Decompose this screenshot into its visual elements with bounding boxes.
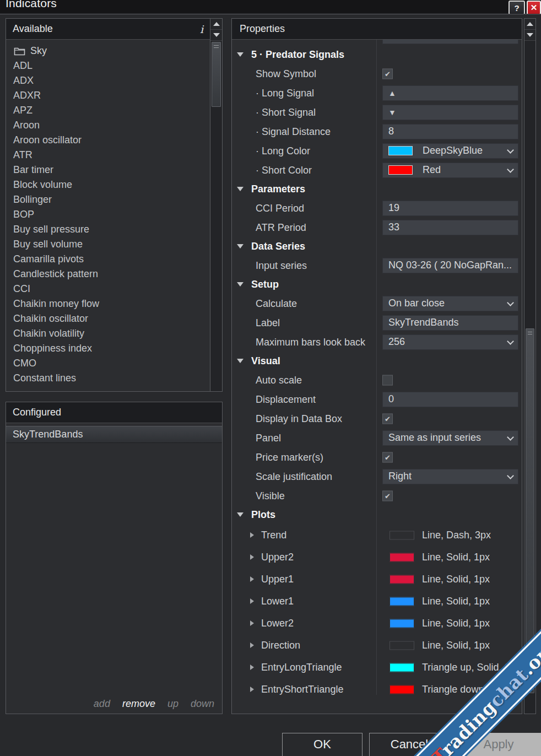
available-scrollbar-track[interactable] — [210, 40, 222, 391]
available-item-candlestick-pattern[interactable]: Candlestick pattern — [13, 267, 209, 282]
section-parameters[interactable]: Parameters — [232, 180, 522, 198]
properties-scroll-up-button[interactable] — [524, 19, 535, 30]
available-item-adl[interactable]: ADL — [13, 58, 209, 73]
section-data-series[interactable]: Data Series — [232, 237, 522, 256]
dropdown-panel[interactable]: Same as input series — [382, 430, 518, 446]
available-item-chaikin-volatility[interactable]: Chaikin volatility — [13, 326, 209, 341]
scrolled-field-remnant — [382, 40, 518, 44]
ok-button[interactable]: OK — [282, 733, 363, 756]
properties-scrollbar-track[interactable] — [524, 40, 535, 714]
available-item-adx[interactable]: ADX — [13, 73, 209, 88]
input-displacement[interactable]: 0 — [382, 392, 518, 407]
input-long-signal[interactable]: ▲ — [382, 85, 518, 101]
input-label[interactable]: SkyTrendBands — [382, 315, 518, 331]
available-item-cmo[interactable]: CMO — [13, 356, 209, 371]
available-item-constant-lines[interactable]: Constant lines — [13, 371, 209, 386]
checkbox-auto-scale[interactable] — [382, 375, 393, 385]
chevron-right-icon — [250, 576, 254, 582]
available-item-buy-sell-pressure[interactable]: Buy sell pressure — [13, 222, 209, 237]
available-item-aroon[interactable]: Aroon — [13, 118, 209, 133]
available-item-cci[interactable]: CCI — [13, 282, 209, 296]
available-item-bollinger[interactable]: Bollinger — [13, 192, 209, 207]
plot-row-lower2[interactable]: Lower2Line, Solid, 1px — [232, 612, 522, 634]
available-scroll-down-button[interactable] — [210, 30, 222, 41]
color-swatch — [388, 165, 413, 175]
available-item-label: CMO — [13, 358, 36, 369]
property-value: 256 — [382, 334, 518, 350]
plot-style-description: Line, Solid, 1px — [422, 552, 490, 563]
plot-row-direction[interactable]: DirectionLine, Solid, 1px — [232, 634, 522, 656]
configured-item-skytrendbands[interactable]: SkyTrendBands — [6, 426, 222, 443]
arrow-down-icon — [527, 33, 533, 37]
plot-row-lower1[interactable]: Lower1Line, Solid, 1px — [232, 590, 522, 612]
available-item-bar-timer[interactable]: Bar timer — [13, 163, 209, 177]
available-item-chaikin-money-flow[interactable]: Chaikin money flow — [13, 296, 209, 311]
section-setup[interactable]: Setup — [232, 275, 522, 294]
available-list: SkyADLADXADXRAPZAroonAroon oscillatorATR… — [6, 40, 209, 391]
available-item-block-volume[interactable]: Block volume — [13, 177, 209, 192]
input-input-series[interactable]: NQ 03-26 ( 20 NoGapRan... — [382, 258, 518, 273]
properties-scrollstrip — [524, 18, 536, 714]
configured-header-label: Configured — [13, 407, 61, 418]
available-item-atr[interactable]: ATR — [13, 148, 209, 163]
plot-style-value[interactable]: Line, Solid, 1px — [389, 552, 522, 563]
property-value: ▼ — [382, 105, 518, 120]
available-scrollbar-thumb[interactable] — [212, 42, 221, 107]
plot-row-entrylongtriangle[interactable]: EntryLongTriangleTriangle up, Solid, 6px — [232, 656, 522, 678]
color-dropdown-short-color[interactable]: Red — [382, 163, 518, 178]
dropdown-scale-justification[interactable]: Right — [382, 469, 518, 484]
available-item-apz[interactable]: APZ — [13, 103, 209, 118]
plot-row-upper1[interactable]: Upper1Line, Solid, 1px — [232, 568, 522, 590]
dropdown-calculate[interactable]: On bar close — [382, 296, 518, 311]
available-item-bop[interactable]: BOP — [13, 207, 209, 222]
info-icon[interactable]: i — [200, 23, 205, 35]
checkbox-price-marker-s[interactable]: ✔ — [382, 452, 393, 462]
checkbox-show-symbol[interactable]: ✔ — [382, 68, 393, 79]
chevron-down-icon — [237, 244, 244, 249]
properties-scroll-down-button[interactable] — [524, 30, 535, 41]
properties-panel: Properties 5 · Predator SignalsShow Symb… — [231, 18, 522, 714]
property-row-visible: Visible✔ — [232, 486, 522, 505]
plot-label: EntryLongTriangle — [261, 662, 342, 673]
up-link[interactable]: up — [167, 698, 178, 709]
available-item-chaikin-oscillator[interactable]: Chaikin oscillator — [13, 311, 209, 326]
plot-row-upper2[interactable]: Upper2Line, Solid, 1px — [232, 546, 522, 568]
help-button[interactable]: ? — [508, 1, 525, 15]
close-button[interactable]: ✕ — [527, 1, 541, 15]
plot-style-value[interactable]: Line, Dash, 3px — [389, 530, 522, 541]
down-link[interactable]: down — [191, 698, 214, 709]
chevron-right-icon — [250, 598, 254, 604]
input-signal-distance[interactable]: 8 — [382, 124, 518, 139]
color-dropdown-long-color[interactable]: DeepSkyBlue — [382, 143, 518, 159]
available-item-sky[interactable]: Sky — [13, 44, 209, 58]
available-item-camarilla-pivots[interactable]: Camarilla pivots — [13, 252, 209, 267]
available-item-buy-sell-volume[interactable]: Buy sell volume — [13, 237, 209, 252]
available-item-aroon-oscillator[interactable]: Aroon oscillator — [13, 133, 209, 148]
section-label: Parameters — [251, 183, 305, 195]
dropdown-maximum-bars-look-back[interactable]: 256 — [382, 334, 518, 350]
remove-link[interactable]: remove — [122, 698, 155, 709]
section-visual[interactable]: Visual — [232, 352, 522, 370]
plot-row-entryshorttriangle[interactable]: EntryShortTriangleTriangle down, Solid, … — [232, 678, 522, 695]
add-link[interactable]: add — [94, 698, 110, 709]
available-item-adxr[interactable]: ADXR — [13, 88, 209, 103]
checkbox-display-in-data-box[interactable]: ✔ — [382, 413, 393, 424]
available-scroll-up-button[interactable] — [210, 19, 222, 30]
input-atr-period[interactable]: 33 — [382, 220, 518, 235]
plot-row-trend[interactable]: TrendLine, Dash, 3px — [232, 524, 522, 546]
properties-rows: 5 · Predator SignalsShow Symbol✔· Long S… — [232, 45, 522, 695]
property-label: · Long Color — [256, 145, 310, 156]
section-5-predator-signals[interactable]: 5 · Predator Signals — [232, 45, 522, 64]
section-plots[interactable]: Plots — [232, 505, 522, 524]
plot-style-value[interactable]: Line, Solid, 1px — [389, 640, 522, 651]
property-value: 8 — [382, 124, 518, 139]
input-short-signal[interactable]: ▼ — [382, 105, 518, 120]
input-cci-period[interactable]: 19 — [382, 201, 518, 216]
plot-style-value[interactable]: Line, Solid, 1px — [389, 574, 522, 585]
available-item-choppiness-index[interactable]: Choppiness index — [13, 341, 209, 356]
plot-color-swatch — [389, 663, 414, 672]
available-item-label: Aroon — [13, 120, 40, 131]
plot-style-value[interactable]: Line, Solid, 1px — [389, 618, 522, 629]
plot-style-value[interactable]: Line, Solid, 1px — [389, 596, 522, 607]
checkbox-visible[interactable]: ✔ — [382, 490, 393, 501]
